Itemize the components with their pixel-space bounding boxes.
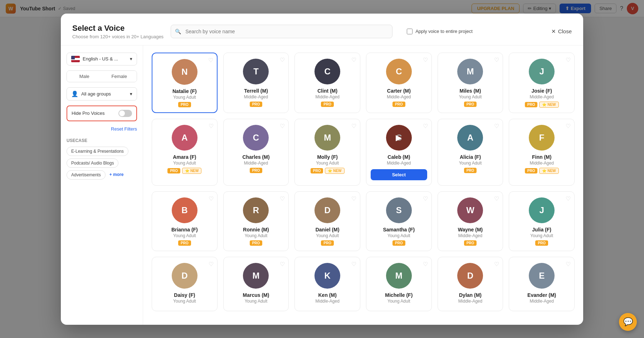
voice-name: Wayne (M): [458, 227, 483, 232]
heart-button[interactable]: ♡: [209, 195, 214, 202]
voice-avatar: J: [529, 197, 555, 223]
voice-age: Young Adult: [245, 233, 268, 238]
voice-card[interactable]: ♡SSamantha (F)Young AdultPRO: [366, 191, 432, 251]
voice-avatar: F: [529, 125, 555, 151]
voice-name: Ken (M): [318, 292, 337, 298]
voice-avatar: M: [314, 125, 340, 151]
voice-badges: PRO⭐ NEW: [525, 102, 559, 108]
voice-card[interactable]: ♡KKen (M)Middle-Aged: [294, 257, 360, 311]
voice-card[interactable]: ♡DDylan (M)Middle-Aged: [438, 257, 503, 311]
voice-card[interactable]: ♡EEvander (M)Middle-Aged: [509, 257, 575, 311]
hide-pro-toggle[interactable]: [118, 110, 132, 117]
voice-age: Young Adult: [459, 161, 482, 166]
voice-badges: PRO⭐ NEW: [167, 168, 201, 174]
voice-badges: PRO⭐ NEW: [311, 168, 345, 174]
apply-voice-label[interactable]: Apply voice to entire project: [407, 29, 473, 34]
voice-age: Middle-Aged: [458, 233, 482, 238]
usecase-tag-podcasts[interactable]: Podcasts/ Audio Blogs: [67, 158, 118, 168]
playing-overlay: ▶: [386, 125, 412, 151]
heart-button[interactable]: ♡: [351, 261, 356, 268]
language-dropdown[interactable]: English - US & ... ▾: [67, 53, 137, 65]
search-input[interactable]: [171, 25, 392, 38]
usecase-tag-ads[interactable]: Advertisements: [67, 170, 106, 180]
heart-button[interactable]: ♡: [423, 57, 428, 63]
usecase-tag-elearning[interactable]: E-Learning & Presentations: [67, 147, 128, 156]
voice-card[interactable]: ♡MMarcus (M)Young Adult: [223, 257, 289, 311]
voice-name: Brianna (F): [171, 227, 198, 232]
voice-card[interactable]: ♡DDaniel (M)Young AdultPRO: [294, 191, 360, 251]
pro-badge: PRO: [464, 240, 477, 246]
voice-card[interactable]: ♡MMiles (M)Young AdultPRO: [438, 53, 503, 113]
toggle-knob: [119, 111, 125, 116]
voice-avatar: T: [243, 59, 269, 84]
heart-button[interactable]: ♡: [209, 261, 214, 268]
voice-card[interactable]: ♡FFinn (M)Middle-AgedPRO⭐ NEW: [509, 119, 575, 186]
heart-button[interactable]: ♡: [280, 261, 285, 268]
heart-button[interactable]: ♡: [566, 57, 571, 63]
hide-pro-box[interactable]: Hide Pro Voices: [67, 106, 137, 121]
reset-filters-link[interactable]: Reset Filters: [67, 126, 137, 132]
voice-age: Middle-Aged: [530, 299, 553, 304]
voice-badges: PRO: [178, 240, 191, 246]
heart-button[interactable]: ♡: [494, 123, 499, 129]
voice-card[interactable]: ♡TTerrell (M)Middle-AgedPRO: [223, 53, 289, 113]
heart-button[interactable]: ♡: [494, 195, 499, 202]
usecase-label: Usecase: [67, 138, 137, 143]
voice-name: Ronnie (M): [243, 227, 269, 232]
heart-button[interactable]: ♡: [566, 195, 571, 202]
modal-title-block: Select a Voice Choose from 120+ voices i…: [72, 24, 164, 39]
voice-card[interactable]: ♡CClint (M)Middle-AgedPRO: [294, 53, 360, 113]
usecase-more-tag[interactable]: + more: [108, 170, 125, 180]
heart-button[interactable]: ♡: [209, 123, 214, 129]
heart-button[interactable]: ♡: [423, 195, 428, 202]
heart-button[interactable]: ♡: [351, 57, 356, 63]
heart-button[interactable]: ♡: [208, 57, 213, 64]
voice-card[interactable]: ♡CCharles (M)Middle-AgedPRO: [223, 119, 289, 186]
close-button[interactable]: ✕ Close: [551, 28, 572, 35]
voice-card[interactable]: ♡DDaisy (F)Young Adult: [152, 257, 218, 311]
apply-voice-checkbox[interactable]: [407, 29, 413, 34]
voice-card[interactable]: ♡NNatalie (F)Young AdultPRO: [152, 53, 218, 113]
pro-badge: PRO: [321, 240, 334, 246]
male-gender-button[interactable]: Male: [67, 71, 102, 82]
avatar-initials: N: [172, 59, 197, 85]
pro-badge: PRO: [525, 168, 538, 173]
voice-card[interactable]: ♡AAmara (F)Young AdultPRO⭐ NEW: [152, 119, 218, 186]
voice-name: Natalie (F): [172, 88, 197, 94]
heart-button[interactable]: ♡: [494, 261, 499, 268]
pro-badge: PRO: [250, 102, 263, 107]
female-gender-button[interactable]: Female: [102, 71, 137, 82]
voice-age: Middle-Aged: [315, 299, 339, 304]
voice-card[interactable]: ♡AAlicia (F)Young AdultPRO: [438, 119, 503, 186]
voice-card[interactable]: ♡▶CCaleb (M)Middle-AgedSelect: [366, 119, 432, 186]
voice-card[interactable]: ♡MMolly (F)Young AdultPRO⭐ NEW: [294, 119, 360, 186]
voice-card[interactable]: ♡WWayne (M)Middle-AgedPRO: [438, 191, 503, 251]
voice-avatar: M: [457, 59, 483, 84]
heart-button[interactable]: ♡: [494, 57, 499, 63]
voice-card[interactable]: ♡JJulia (F)Young AdultPRO: [509, 191, 575, 251]
voice-card[interactable]: ♡BBrianna (F)Young AdultPRO: [152, 191, 218, 251]
voice-age: Young Adult: [245, 299, 268, 304]
voice-card[interactable]: ♡CCarter (M)Middle-AgedPRO: [366, 53, 432, 113]
heart-button[interactable]: ♡: [566, 123, 571, 129]
heart-button[interactable]: ♡: [280, 57, 285, 63]
chat-bubble[interactable]: 💬: [619, 313, 637, 331]
new-badge: ⭐ NEW: [325, 168, 344, 174]
heart-button[interactable]: ♡: [280, 123, 285, 129]
voice-name: Julia (F): [532, 227, 551, 232]
heart-button[interactable]: ♡: [351, 195, 356, 202]
age-dropdown[interactable]: 👤 All age groups ▾: [67, 87, 137, 101]
voice-card[interactable]: ♡RRonnie (M)Young AdultPRO: [223, 191, 289, 251]
heart-button[interactable]: ♡: [423, 123, 428, 129]
select-voice-button[interactable]: Select: [371, 169, 427, 180]
heart-button[interactable]: ♡: [280, 195, 285, 202]
heart-button[interactable]: ♡: [423, 261, 428, 268]
voice-avatar: ▶C: [386, 125, 412, 151]
voice-card[interactable]: ♡JJosie (F)Middle-AgedPRO⭐ NEW: [509, 53, 575, 113]
voice-card[interactable]: ♡MMichelle (F)Young Adult: [366, 257, 432, 311]
voice-age: Middle-Aged: [387, 161, 411, 166]
avatar-initials: C: [386, 59, 412, 84]
heart-button[interactable]: ♡: [566, 261, 571, 268]
voice-name: Dylan (M): [459, 292, 482, 298]
heart-button[interactable]: ♡: [351, 123, 356, 129]
